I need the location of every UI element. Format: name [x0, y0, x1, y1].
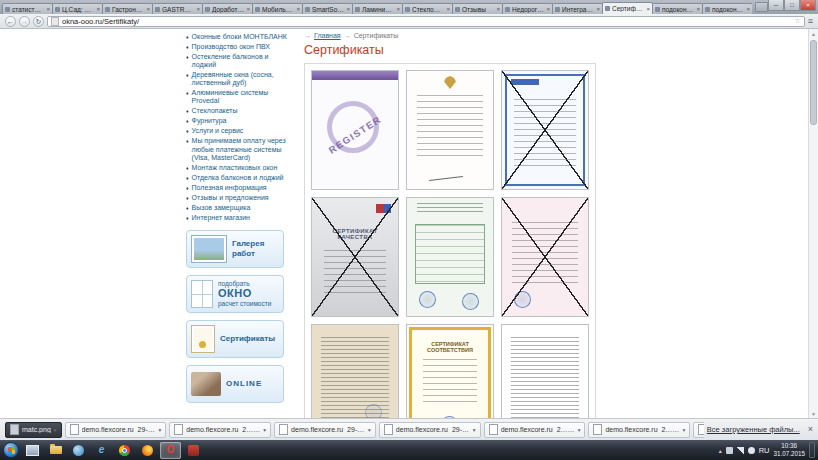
explorer-folder-taskbar-icon[interactable] — [45, 442, 66, 459]
browser-tab[interactable]: подоконни…× — [702, 3, 752, 14]
sidebar-menu-item[interactable]: ♦Отделка балконов и лоджий — [186, 174, 294, 183]
tab-close-icon[interactable]: × — [96, 6, 100, 12]
tab-close-icon[interactable]: × — [146, 6, 150, 12]
sidebar-menu-item[interactable]: ♦Монтаж пластиковых окон — [186, 164, 294, 173]
sidebar-menu-item[interactable]: ♦Остекление балконов и лоджий — [186, 53, 294, 70]
sidebar-menu-item[interactable]: ♦Интернет магазин — [186, 214, 294, 223]
widget-window-calculator[interactable]: подобрать ОКНО расчет стоимости — [186, 275, 284, 313]
window-close-button[interactable]: × — [800, 0, 816, 11]
forward-button[interactable]: → — [19, 16, 30, 27]
show-all-downloads-link[interactable]: Все загруженные файлы... — [707, 425, 800, 434]
tab-close-icon[interactable]: × — [496, 6, 500, 12]
bookmark-star-icon[interactable]: ☆ — [794, 17, 800, 25]
download-caret-icon[interactable]: ▾ — [682, 427, 685, 433]
download-item[interactable]: demo.flexcore.ru_29-….csv▾ — [379, 422, 481, 438]
tab-close-icon[interactable]: × — [646, 6, 650, 12]
tray-expand-icon[interactable]: ▴ — [719, 447, 722, 454]
sidebar-menu-item[interactable]: ♦Стеклопакеты — [186, 107, 294, 116]
window-maximize-button[interactable]: □ — [784, 0, 800, 11]
browser-tab[interactable]: Интеграци…× — [552, 3, 603, 14]
tab-close-icon[interactable]: × — [396, 6, 400, 12]
browser-tab[interactable]: Сертификат…× — [602, 2, 653, 14]
download-caret-icon[interactable]: ▾ — [263, 427, 266, 433]
tab-close-icon[interactable]: × — [696, 6, 700, 12]
tab-close-icon[interactable]: × — [546, 6, 550, 12]
certificate-thumbnail[interactable] — [311, 324, 399, 418]
certificate-thumbnail[interactable]: СЕРТИФИКАТ КАЧЕСТВА — [311, 197, 399, 317]
download-caret-icon[interactable]: ▾ — [54, 427, 57, 433]
certificate-thumbnail[interactable] — [501, 197, 589, 317]
browser-tab[interactable]: GASTRONO…× — [152, 3, 203, 14]
sidebar-menu-item[interactable]: ♦Фурнитура — [186, 117, 294, 126]
certificate-thumbnail[interactable] — [501, 70, 589, 190]
reload-button[interactable]: ↻ — [33, 16, 44, 27]
browser-menu-icon[interactable]: ≡ — [808, 17, 813, 26]
red-app-taskbar-icon[interactable] — [183, 442, 204, 459]
sidebar-menu-item[interactable]: ♦Оконные блоки МОНТБЛАНК — [186, 33, 294, 42]
browser-tab[interactable]: Отзывы× — [452, 3, 503, 14]
browser-tab[interactable]: Гастрономи…× — [102, 3, 153, 14]
scroll-down-icon[interactable]: ▼ — [809, 409, 818, 418]
download-caret-icon[interactable]: ▾ — [578, 427, 581, 433]
picture-app-taskbar-icon[interactable] — [22, 442, 43, 459]
browser-tab[interactable]: Ц.Сад: Чемп…× — [52, 3, 103, 14]
browser-tab[interactable]: подоконник…× — [652, 3, 703, 14]
browser-tab[interactable]: SmartSoluti…× — [302, 3, 353, 14]
tray-network-icon[interactable] — [737, 447, 744, 454]
internet-explorer-taskbar-icon[interactable]: e — [91, 442, 112, 459]
certificate-thumbnail[interactable]: REGISTER — [311, 70, 399, 190]
tab-close-icon[interactable]: × — [196, 6, 200, 12]
download-caret-icon[interactable]: ▾ — [473, 427, 476, 433]
sidebar-menu-item[interactable]: ♦Вызов замерщика — [186, 204, 294, 213]
widget-online-consultant[interactable]: ONLINE — [186, 365, 284, 403]
tab-close-icon[interactable]: × — [446, 6, 450, 12]
sidebar-menu-item[interactable]: ♦Услуги и сервис — [186, 127, 294, 136]
window-minimize-button[interactable]: ─ — [768, 0, 784, 11]
browser-tab[interactable]: Стекломат…× — [402, 3, 453, 14]
sidebar-menu-item[interactable]: ♦Отзывы и предложения — [186, 194, 294, 203]
tray-volume-icon[interactable] — [748, 447, 755, 454]
tab-close-icon[interactable]: × — [246, 6, 250, 12]
vertical-scrollbar[interactable]: ▲ ▼ — [808, 29, 818, 418]
tab-close-icon[interactable]: × — [596, 6, 600, 12]
widget-certificates[interactable]: Сертификаты — [186, 320, 284, 358]
widget-gallery[interactable]: Галерея работ — [186, 230, 284, 268]
browser-tab[interactable]: Ламиниро…× — [352, 3, 403, 14]
browser-tab[interactable]: Недорогие…× — [502, 3, 553, 14]
download-item[interactable]: demo.flexcore.ru_2….html▾ — [693, 422, 704, 438]
sidebar-menu-item[interactable]: ♦Мы принимаем оплату через любые платежн… — [186, 137, 294, 162]
download-caret-icon[interactable]: ▾ — [368, 427, 371, 433]
download-item[interactable]: demo.flexcore.ru_29-….csv▾ — [274, 422, 376, 438]
certificate-thumbnail[interactable] — [406, 197, 494, 317]
downloads-close-icon[interactable]: × — [808, 425, 813, 434]
download-caret-icon[interactable]: ▾ — [159, 427, 162, 433]
chrome-taskbar-icon[interactable] — [114, 442, 135, 459]
start-button[interactable] — [3, 442, 19, 458]
browser-tab[interactable]: Доработк…× — [202, 3, 253, 14]
scrollbar-thumb[interactable] — [810, 40, 817, 125]
download-item[interactable]: demo.flexcore.ru_29-….csv▾ — [65, 422, 167, 438]
tab-close-icon[interactable]: × — [346, 6, 350, 12]
breadcrumb-home-link[interactable]: Главная — [314, 32, 341, 39]
sidebar-menu-item[interactable]: ♦Полезная информация — [186, 184, 294, 193]
opera-taskbar-icon[interactable]: O — [160, 442, 181, 459]
tray-status-icon[interactable] — [726, 447, 733, 454]
sidebar-menu-item[interactable]: ♦Производство окон ПВХ — [186, 43, 294, 52]
download-item[interactable]: demo.flexcore.ru_2….html▾ — [169, 422, 271, 438]
browser-tab[interactable]: Мобильнос…× — [252, 3, 303, 14]
scroll-up-icon[interactable]: ▲ — [809, 29, 818, 38]
browser-tab[interactable]: статистика× — [2, 3, 53, 14]
tab-close-icon[interactable]: × — [46, 6, 50, 12]
certificate-thumbnail[interactable] — [406, 70, 494, 190]
certificate-thumbnail[interactable] — [501, 324, 589, 418]
tab-close-icon[interactable]: × — [296, 6, 300, 12]
download-item[interactable]: demo.flexcore.ru_2….html▾ — [588, 422, 690, 438]
sidebar-menu-item[interactable]: ♦Алюминиевые системы Provedal — [186, 89, 294, 106]
language-indicator[interactable]: RU — [759, 446, 770, 455]
tab-close-icon[interactable]: × — [746, 6, 750, 12]
media-player-taskbar-icon[interactable] — [68, 442, 89, 459]
sidebar-menu-item[interactable]: ♦Деревянные окна (сосна, лиственный дуб) — [186, 71, 294, 88]
clock[interactable]: 10:36 31.07.2015 — [773, 442, 805, 458]
certificate-thumbnail[interactable]: СЕРТИФИКАТ СООТВЕТСТВИЯ — [406, 324, 494, 418]
new-tab-button[interactable] — [755, 2, 768, 12]
